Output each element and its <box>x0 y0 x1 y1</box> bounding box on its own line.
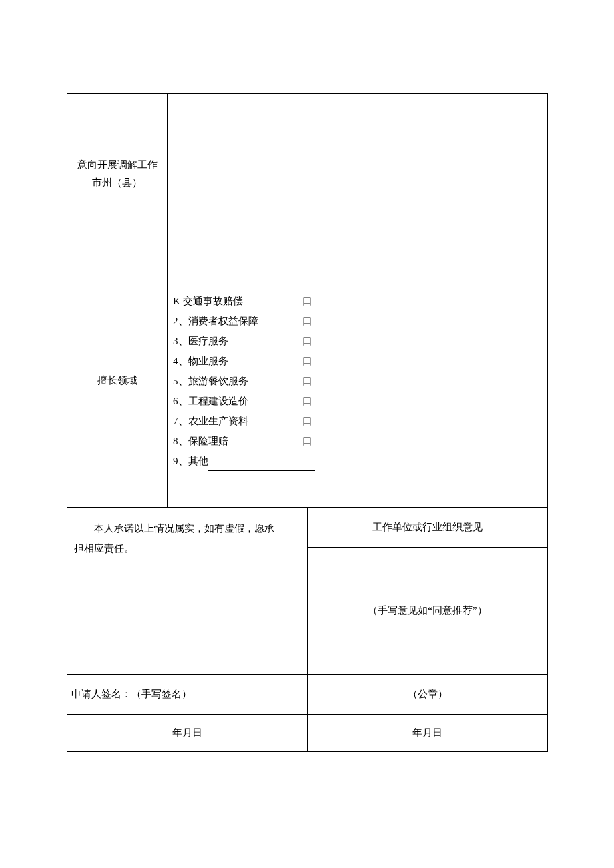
org-opinion-header: 工作单位或行业组织意见 <box>308 508 548 548</box>
expertise-item-8-label: 8、保险理赔 <box>173 431 300 451</box>
expertise-item-6: 6、工程建设造价 口 <box>173 391 547 411</box>
expertise-other-input[interactable] <box>208 461 315 471</box>
checkbox-icon[interactable]: 口 <box>302 411 312 431</box>
checkbox-icon[interactable]: 口 <box>302 291 312 311</box>
checkbox-icon[interactable]: 口 <box>302 351 312 371</box>
expertise-item-3-label: 3、医疗服务 <box>173 331 300 351</box>
declaration-text-line2: 担相应责任。 <box>74 538 300 558</box>
expertise-options: K 交通事故赔偿 口 2、消费者权益保障 口 3、医疗服务 口 4、物业服务 口 <box>168 254 548 508</box>
checkbox-icon[interactable]: 口 <box>302 391 312 411</box>
checkbox-icon[interactable]: 口 <box>302 371 312 391</box>
label-intended-region: 意向开展调解工作 市州（县） <box>67 94 168 254</box>
input-intended-region[interactable] <box>168 94 548 254</box>
expertise-item-1: K 交通事故赔偿 口 <box>173 291 547 311</box>
org-opinion-hint[interactable]: （手写意见如“同意推荐”） <box>308 548 548 675</box>
expertise-item-7: 7、农业生产资料 口 <box>173 411 547 431</box>
expertise-item-2: 2、消费者权益保障 口 <box>173 311 547 331</box>
checkbox-icon[interactable]: 口 <box>302 311 312 331</box>
row-dates: 年月日 年月日 <box>67 715 548 752</box>
expertise-item-other: 9、其他 <box>173 451 547 471</box>
row-declaration-header: 本人承诺以上情况属实，如有虚假，愿承 担相应责任。 工作单位或行业组织意见 <box>67 508 548 548</box>
label-intended-region-line1: 意向开展调解工作 <box>67 156 167 174</box>
form-page: 意向开展调解工作 市州（县） 擅长领域 K 交通事故赔偿 口 2、消费者权益保障… <box>67 93 547 752</box>
expertise-item-5-label: 5、旅游餐饮服务 <box>173 371 300 391</box>
expertise-other-label: 9、其他 <box>173 456 208 466</box>
expertise-item-3: 3、医疗服务 口 <box>173 331 547 351</box>
expertise-item-1-label: K 交通事故赔偿 <box>173 291 300 311</box>
date-left[interactable]: 年月日 <box>67 715 308 752</box>
checkbox-icon[interactable]: 口 <box>302 431 312 451</box>
row-intended-region: 意向开展调解工作 市州（县） <box>67 94 548 254</box>
expertise-item-6-label: 6、工程建设造价 <box>173 391 300 411</box>
expertise-item-2-label: 2、消费者权益保障 <box>173 311 300 331</box>
official-seal[interactable]: （公章） <box>308 675 548 715</box>
label-intended-region-line2: 市州（县） <box>67 174 167 192</box>
expertise-item-5: 5、旅游餐饮服务 口 <box>173 371 547 391</box>
checkbox-icon[interactable]: 口 <box>302 331 312 351</box>
applicant-signature[interactable]: 申请人签名：（手写签名） <box>67 675 308 715</box>
label-expertise: 擅长领域 <box>67 254 168 508</box>
row-expertise: 擅长领域 K 交通事故赔偿 口 2、消费者权益保障 口 3、医疗服务 口 <box>67 254 548 508</box>
row-signature: 申请人签名：（手写签名） （公章） <box>67 675 548 715</box>
expertise-list: K 交通事故赔偿 口 2、消费者权益保障 口 3、医疗服务 口 4、物业服务 口 <box>173 291 547 471</box>
declaration-cell: 本人承诺以上情况属实，如有虚假，愿承 担相应责任。 <box>67 508 308 675</box>
expertise-item-4-label: 4、物业服务 <box>173 351 300 371</box>
expertise-item-8: 8、保险理赔 口 <box>173 431 547 451</box>
form-table: 意向开展调解工作 市州（县） 擅长领域 K 交通事故赔偿 口 2、消费者权益保障… <box>67 93 548 752</box>
declaration-text: 本人承诺以上情况属实，如有虚假，愿承 <box>74 518 300 538</box>
expertise-item-7-label: 7、农业生产资料 <box>173 411 300 431</box>
date-right[interactable]: 年月日 <box>308 715 548 752</box>
expertise-item-4: 4、物业服务 口 <box>173 351 547 371</box>
